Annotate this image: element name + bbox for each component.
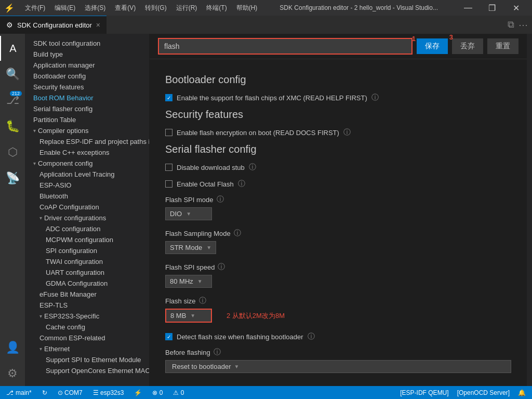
branch-icon: ⎇ [6,389,14,396]
scroll-track[interactable] [527,34,532,386]
sidebar-item-ethernet[interactable]: ▾ Ethernet [25,343,149,354]
sidebar-item-cpp-exceptions[interactable]: Enable C++ exceptions [25,147,149,158]
sidebar-item-app-tracing[interactable]: Application Level Tracing [25,169,149,180]
tab-sdk-config[interactable]: ⚙ SDK Configuration editor × [0,16,107,34]
activity-account[interactable]: 👤 [0,335,25,360]
bootloader-xmc-checkbox[interactable] [165,94,172,101]
enable-octal-flash-checkbox[interactable] [165,180,172,188]
close-button[interactable]: ✕ [504,0,528,16]
warning-count: ⚠ 0 [173,389,184,396]
status-flash-icon[interactable]: ⚡ [132,389,144,396]
enable-octal-flash-info-icon[interactable]: ⓘ [238,179,245,189]
menu-goto[interactable]: 转到(G) [141,3,170,14]
status-port[interactable]: ⊙ COM7 [56,389,85,396]
sidebar-item-sdk-tool-config[interactable]: SDK tool configuration [25,38,149,49]
sidebar-item-spi-ethernet[interactable]: Support SPI to Ethernet Module [25,354,149,365]
menu-select[interactable]: 选择(S) [81,3,110,14]
sidebar-item-boot-rom[interactable]: Boot ROM Behavior [25,92,149,103]
security-encryption-info-icon[interactable]: ⓘ [343,128,351,137]
sidebar-item-common-esp[interactable]: Common ESP-related [25,332,149,343]
flash-size-info-icon[interactable]: ⓘ [199,296,206,305]
sidebar-item-esp32s3[interactable]: ▾ ESP32S3-Specific [25,311,149,322]
flash-spi-speed-dropdown[interactable]: 80 MHz ▼ [165,275,212,288]
sidebar-item-mcpwm[interactable]: MCPWM configuration [25,234,149,245]
menu-run[interactable]: 运行(R) [172,3,202,14]
split-editor-icon[interactable]: ⧉ [508,19,514,30]
sidebar-item-coap[interactable]: CoAP Configuration [25,202,149,212]
tab-close-button[interactable]: × [96,21,100,29]
flash-sampling-mode-info-icon[interactable]: ⓘ [234,229,241,238]
menu-help[interactable]: 帮助(H) [232,3,262,14]
flash-spi-mode-wrap: Flash SPI mode ⓘ DIO ▼ [165,195,511,220]
more-actions-icon[interactable]: ⋯ [518,19,528,31]
activity-settings[interactable]: ⚙ [0,361,25,386]
save-button[interactable]: 保存 3 [417,38,448,54]
sidebar-item-build-type[interactable]: Build type [25,49,149,60]
tab-icon: ⚙ [6,21,13,29]
activity-search[interactable]: 🔍 [0,62,25,87]
before-flashing-info-icon[interactable]: ⓘ [214,348,221,357]
menu-terminal[interactable]: 终端(T) [202,3,231,14]
status-warnings[interactable]: ⚠ 0 [171,389,186,396]
sidebar-item-esp-asio[interactable]: ESP-ASIO [25,180,149,191]
flash-spi-mode-dropdown[interactable]: DIO ▼ [165,207,212,220]
status-openocd[interactable]: [OpenOCD Server] [455,389,512,396]
discard-button[interactable]: 丢弃 [452,38,483,54]
menu-edit[interactable]: 编辑(E) [50,3,79,14]
sidebar-item-efuse[interactable]: eFuse Bit Manager [25,289,149,300]
sidebar-item-spi[interactable]: SPI configuration [25,245,149,256]
status-branch[interactable]: ⎇ main* [4,389,34,396]
search-input[interactable] [159,39,411,54]
flash-size-annotation: 2 从默认2M改为8M [227,311,285,321]
activity-source-control[interactable]: ⎇ 212 [0,88,25,113]
flash-spi-mode-label: Flash SPI mode ⓘ [165,195,511,204]
status-errors[interactable]: ⊗ 0 [150,389,165,396]
sidebar-item-compiler-options[interactable]: ▾ Compiler options [25,125,149,136]
sidebar-item-bootloader-config[interactable]: Bootloader config [25,71,149,82]
sidebar-item-opencores-ethernet[interactable]: Support OpenCores Ethernet MAC for use w… [25,365,149,376]
sidebar-item-driver-configs[interactable]: ▾ Driver configurations [25,212,149,223]
status-sync[interactable]: ↻ [40,389,49,396]
sidebar-item-partition-table[interactable]: Partition Table [25,114,149,125]
flash-spi-speed-value: 80 MHz [170,277,193,285]
sidebar-item-cache-config[interactable]: Cache config [25,322,149,332]
minimize-button[interactable]: — [456,0,480,16]
menu-file[interactable]: 文件(F) [21,3,49,14]
content-area: 1 保存 3 丢弃 重置 Bootloader config Enable th… [150,34,527,386]
status-esp-idf-qemu[interactable]: [ESP-IDF QEMU] [398,389,450,396]
flash-spi-mode-info-icon[interactable]: ⓘ [217,195,224,204]
disable-download-stub-info-icon[interactable]: ⓘ [249,163,256,172]
activity-explorer[interactable]: A [0,36,25,61]
sidebar-item-replace-paths[interactable]: Replace ESP-IDF and project paths in bin… [25,136,149,147]
reset-to-bootloader-wrap: Reset to bootloader ▼ [165,360,511,373]
security-encryption-checkbox[interactable] [165,129,172,136]
sidebar-item-adc[interactable]: ADC configuration [25,223,149,234]
activity-extensions[interactable]: ⬡ [0,140,25,165]
sidebar-item-twai[interactable]: TWAI configuration [25,256,149,267]
sidebar-item-security-features[interactable]: Security features [25,82,149,92]
status-notification[interactable]: 🔔 [516,389,528,396]
sidebar-item-serial-flasher[interactable]: Serial flasher config [25,103,149,114]
sidebar-label-driver-configs: Driver configurations [44,214,106,222]
flash-size-dropdown[interactable]: 8 MB ▼ [165,309,212,323]
sidebar-item-gdma[interactable]: GDMA Configuration [25,278,149,289]
reset-button[interactable]: 重置 [487,38,518,54]
flash-spi-speed-info-icon[interactable]: ⓘ [218,262,225,272]
disable-download-stub-checkbox[interactable] [165,164,172,171]
flash-spi-speed-wrap: Flash SPI speed ⓘ 80 MHz ▼ [165,262,511,288]
sidebar-item-esp-tls[interactable]: ESP-TLS [25,300,149,311]
sidebar-item-bluetooth[interactable]: Bluetooth [25,191,149,202]
activity-remote[interactable]: 📡 [0,166,25,191]
menu-view[interactable]: 查看(V) [111,3,140,14]
sidebar-item-application-manager[interactable]: Application manager [25,60,149,71]
sidebar-item-uart[interactable]: UART configuration [25,267,149,278]
activity-debug[interactable]: 🐛 [0,114,25,139]
bootloader-xmc-info-icon[interactable]: ⓘ [371,93,379,102]
flash-sampling-mode-dropdown[interactable]: STR Mode ▼ [165,241,216,254]
sidebar-item-component-config[interactable]: ▾ Component config [25,158,149,169]
maximize-button[interactable]: ❐ [480,0,504,16]
detect-flash-size-info-icon[interactable]: ⓘ [308,332,315,341]
status-chip[interactable]: ☰ esp32s3 [91,389,126,396]
detect-flash-size-checkbox[interactable] [165,333,172,340]
reset-to-bootloader-button[interactable]: Reset to bootloader ▼ [165,360,511,373]
